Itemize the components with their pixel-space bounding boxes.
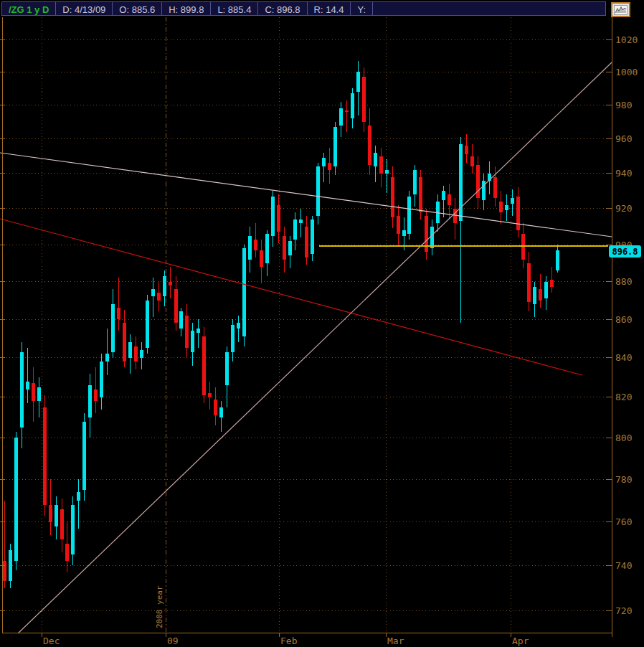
y-tick-label: 1000: [615, 67, 638, 77]
year-divider-label: 2008 year: [155, 585, 164, 628]
y-tick-label: 860: [615, 314, 632, 325]
y-tick-label: 760: [615, 516, 632, 527]
x-tick-label: Mar: [387, 636, 404, 646]
candles: [3, 61, 559, 588]
y-tick-label: 960: [615, 133, 632, 144]
y-tick-label: 980: [615, 100, 632, 110]
y-axis: 7207407607808008208408608809009209409609…: [0, 34, 638, 616]
gridlines: [6, 17, 606, 631]
y-tick-label: 1020: [615, 34, 638, 45]
y-tick-label: 840: [615, 352, 632, 363]
x-tick-label: Dec: [43, 636, 60, 646]
y-tick-label: 800: [615, 433, 632, 443]
y-tick-label: 940: [615, 168, 632, 179]
last-price-badge[interactable]: 896.8: [609, 245, 641, 258]
axes: [2, 17, 612, 633]
y-tick-label: 880: [615, 276, 632, 287]
y-tick-label: 920: [615, 203, 632, 214]
trendline-descending-resistance-white: [0, 153, 612, 237]
x-tick-label: Feb: [280, 636, 298, 646]
last-price-value: 896.8: [612, 247, 638, 257]
chart-window: { "header": { "symbol": "/ZG 1 y D", "fi…: [0, 0, 644, 647]
y-tick-label: 780: [615, 474, 632, 485]
year-divider: 2008 year: [155, 17, 166, 633]
x-tick-label: Apr: [512, 636, 529, 646]
y-tick-label: 720: [615, 605, 632, 616]
x-axis: Dec09FebMarApr: [42, 633, 612, 646]
price-chart[interactable]: 2008 year7207407607808008208408608809009…: [0, 0, 644, 647]
y-tick-label: 740: [615, 560, 632, 571]
x-tick-label: 09: [167, 636, 179, 646]
y-tick-label: 820: [615, 392, 632, 402]
